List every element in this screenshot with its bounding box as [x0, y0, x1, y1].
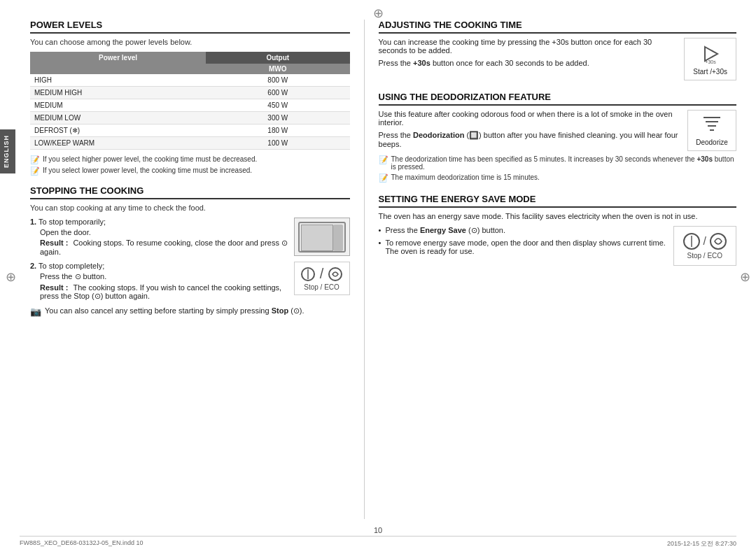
deodorization-note1: 📝 The deodorization time has been specif… [379, 155, 736, 171]
left-column: POWER LEVELS You can choose among the po… [20, 20, 364, 519]
microwave-door [301, 225, 333, 251]
language-sidebar: ENGLISH [0, 129, 15, 173]
compass-top-icon: ⊕ [373, 6, 384, 21]
stop-eco-label-left: Stop / ECO [304, 283, 340, 291]
step1-text: 1. To stop temporarily; Open the door. R… [30, 218, 288, 256]
energy-save-intro: The oven has an energy save mode. This f… [379, 212, 736, 220]
step1-result-label: Result : [40, 239, 68, 247]
energy-save-section: SETTING THE ENERGY SAVE MODE The oven ha… [379, 194, 736, 266]
start-button-label: Start /+30s [693, 68, 727, 76]
start-30s-button-img: +30s Start /+30s [684, 38, 736, 80]
power-level-cell: HIGH [30, 74, 206, 87]
table-col2-header: Output [206, 52, 349, 64]
svg-marker-3 [705, 47, 718, 61]
stop-eco-image-right: / Stop / ECO [673, 226, 736, 266]
stopping-section: STOPPING THE COOKING You can stop cookin… [30, 185, 350, 317]
stop-icon-svg [300, 267, 316, 282]
power-output-cell: 800 W [206, 74, 349, 87]
note-icon-1: 📝 [30, 155, 40, 164]
power-output-cell: 600 W [206, 87, 349, 99]
adjusting-text: You can increase the cooking time by pre… [379, 38, 678, 67]
stop-eco-image-left: / Stop / ECO [294, 262, 350, 295]
camera-note-icon: 📷 [30, 306, 41, 317]
footer-right: 2015-12-15 오전 8:27:30 [667, 539, 736, 548]
stopping-note: 📷 You can also cancel any setting before… [30, 306, 350, 317]
microwave-inner [298, 222, 346, 253]
eco-icon-svg [328, 267, 343, 282]
footer: FW88S_XEO_DE68-03132J-05_EN.indd 10 2015… [20, 536, 736, 548]
power-level-cell: MEDIUM LOW [30, 112, 206, 125]
deodorization-note2-icon: 📝 [379, 173, 388, 183]
svg-point-2 [329, 268, 342, 280]
deodorize-icon-svg [700, 115, 724, 136]
power-levels-table: Power level Output MWO HIGH800 WMEDIUM H… [30, 52, 350, 150]
power-output-cell: 450 W [206, 99, 349, 112]
step2-title: 2. To stop completely; [30, 262, 288, 270]
deodorize-button-label: Deodorize [695, 138, 729, 146]
table-row: MEDIUM LOW300 W [30, 112, 350, 125]
stop-eco-icons-right: / [682, 232, 727, 250]
step2-detail: Press the ⊙ button. [30, 272, 288, 281]
energy-save-bullets: • Press the Energy Save (⊙) button. • To… [379, 226, 666, 259]
power-level-cell: LOW/KEEP WARM [30, 137, 206, 150]
deodorization-title: USING THE DEODORIZATION FEATURE [379, 92, 736, 106]
power-note-1-text: If you select higher power level, the co… [43, 155, 257, 163]
stopping-subtitle: You can stop cooking at any time to chec… [30, 204, 350, 212]
main-content: POWER LEVELS You can choose among the po… [20, 20, 736, 519]
step2-container: 2. To stop completely; Press the ⊙ butto… [30, 262, 350, 301]
step2-text: 2. To stop completely; Press the ⊙ butto… [30, 262, 288, 301]
deodorize-button-img: Deodorize [687, 110, 736, 151]
energy-bullet-1-text: Press the Energy Save (⊙) button. [385, 226, 505, 235]
power-levels-section: POWER LEVELS You can choose among the po… [30, 20, 350, 176]
power-levels-subtitle: You can choose among the power levels be… [30, 38, 350, 46]
deodorization-text: Use this feature after cooking odorous f… [379, 110, 680, 148]
deodorization-note1-icon: 📝 [379, 155, 388, 164]
compass-left-icon: ⊕ [6, 269, 16, 285]
start-icon-svg: +30s [699, 43, 722, 65]
power-level-cell: MEDIUM HIGH [30, 87, 206, 99]
table-col1-empty [30, 64, 206, 74]
stop-eco-symbol-left: / [300, 266, 344, 282]
svg-point-11 [710, 234, 726, 249]
step1-num: 1. [30, 218, 36, 226]
adjusting-section: ADJUSTING THE COOKING TIME You can incre… [379, 20, 736, 80]
table-row: HIGH800 W [30, 74, 350, 87]
power-level-cell: DEFROST (❄) [30, 125, 206, 137]
step2-result-container: Result : The cooking stops. If you wish … [30, 283, 288, 301]
note-icon-2: 📝 [30, 166, 40, 176]
energy-bullet-2-text: To remove energy save mode, open the doo… [385, 239, 666, 255]
energy-save-content: • Press the Energy Save (⊙) button. • To… [379, 226, 736, 266]
microwave-image [294, 218, 350, 256]
table-row: DEFROST (❄)180 W [30, 125, 350, 137]
bullet-dot-2: • [379, 239, 382, 255]
adjusting-title: ADJUSTING THE COOKING TIME [379, 20, 736, 34]
energy-bullet-1: • Press the Energy Save (⊙) button. [379, 226, 666, 235]
adjusting-para2: Press the +30s button once for each 30 s… [379, 59, 678, 67]
stop-icon-right-svg [682, 232, 701, 250]
microwave-panel [333, 225, 343, 251]
page: ⊕ ⊕ ⊕ ENGLISH POWER LEVELS You can choos… [0, 0, 756, 554]
slash-separator: / [704, 235, 706, 248]
deodorization-note2-text: The maximum deodorization time is 15 min… [391, 173, 540, 181]
footer-left: FW88S_XEO_DE68-03132J-05_EN.indd 10 [20, 539, 144, 548]
deodorization-para2: Press the Deodorization (🔲) button after… [379, 131, 680, 148]
adjusting-content: You can increase the cooking time by pre… [379, 38, 736, 80]
power-note-2: 📝 If you select lower power level, the c… [30, 166, 350, 176]
page-number: 10 [374, 526, 382, 534]
power-note-1: 📝 If you select higher power level, the … [30, 155, 350, 164]
table-row: MEDIUM HIGH600 W [30, 87, 350, 99]
step1-result-container: Result : Cooking stops. To resume cookin… [30, 239, 288, 256]
deodorization-section: USING THE DEODORIZATION FEATURE Use this… [379, 92, 736, 183]
power-output-cell: 300 W [206, 112, 349, 125]
step1-detail: Open the door. [30, 228, 288, 236]
table-row: LOW/KEEP WARM100 W [30, 137, 350, 150]
power-output-cell: 180 W [206, 125, 349, 137]
deodorization-note1-text: The deodorization time has been specifie… [391, 155, 736, 171]
energy-save-title: SETTING THE ENERGY SAVE MODE [379, 194, 736, 208]
table-col2-subheader: MWO [206, 64, 349, 74]
step1-title: 1. To stop temporarily; [30, 218, 288, 226]
power-output-cell: 100 W [206, 137, 349, 150]
step2-num: 2. [30, 262, 36, 270]
table-col1-header: Power level [30, 52, 206, 64]
compass-right-icon: ⊕ [740, 269, 750, 285]
